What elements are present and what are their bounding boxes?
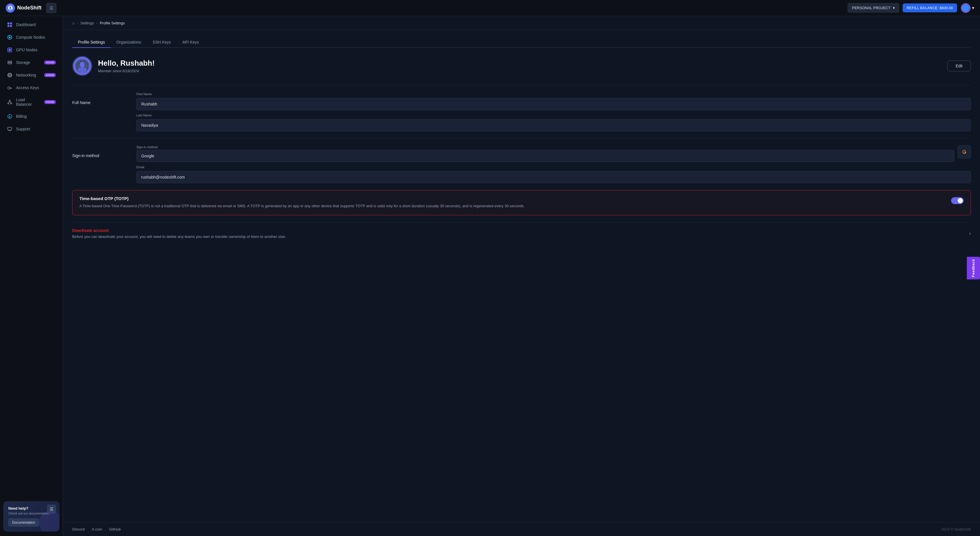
networking-icon	[7, 72, 13, 78]
sidebar-help-box: ☰ Need help? Check out our documentation…	[3, 501, 59, 531]
first-name-group: First Name	[137, 92, 971, 110]
sidebar-item-storage[interactable]: Storage SOON	[2, 57, 60, 68]
full-name-label: Full Name	[72, 92, 129, 105]
sidebar-item-label: GPU Nodes	[16, 48, 38, 52]
feedback-button[interactable]: Feedback	[967, 256, 980, 279]
load-balancer-icon	[7, 99, 13, 105]
chevron-right-icon: ›	[969, 231, 971, 237]
footer: Discord X.com GitHub 2024 © NodeShift	[63, 522, 980, 536]
sidebar-item-label: Support	[16, 127, 30, 131]
svg-point-20	[9, 100, 10, 101]
profile-header: Hello, Rushabh! Member since 6/18/2024 E…	[72, 56, 971, 76]
sidebar-item-compute-nodes[interactable]: Compute Nodes	[2, 32, 60, 43]
topbar: NodeShift ☰ PERSONAL PROJECT ▾ REFILL BA…	[0, 0, 980, 16]
section-divider-2	[72, 138, 971, 138]
sidebar-item-label: Dashboard	[16, 22, 36, 27]
last-name-group: Last Name	[137, 113, 971, 131]
edit-button[interactable]: Edit	[947, 60, 971, 72]
sidebar-item-gpu-nodes[interactable]: GPU Nodes	[2, 44, 60, 56]
svg-rect-11	[8, 61, 12, 62]
svg-rect-27	[8, 127, 12, 130]
tab-ssh-keys[interactable]: SSH Keys	[147, 37, 177, 48]
user-avatar[interactable]: 🌐	[961, 3, 971, 13]
sidebar-item-dashboard[interactable]: Dashboard	[2, 19, 60, 30]
sidebar-item-label: Storage	[16, 60, 30, 65]
svg-text:$: $	[9, 115, 10, 118]
sidebar-item-access-keys[interactable]: Access Keys	[2, 82, 60, 94]
tab-profile-settings[interactable]: Profile Settings	[72, 37, 111, 48]
sidebar-item-label: Compute Nodes	[16, 35, 45, 40]
refill-button[interactable]: REFILL BALANCE: $600.00	[903, 3, 957, 12]
signin-label: Sign-in method	[72, 145, 129, 158]
full-name-fields: First Name Last Name	[137, 92, 971, 131]
documentation-button[interactable]: Documentation	[8, 519, 39, 526]
google-icon-button[interactable]: G	[958, 145, 971, 159]
logo-text: NodeShift	[17, 5, 41, 11]
first-name-input[interactable]	[137, 98, 971, 110]
first-name-label: First Name	[137, 92, 971, 96]
breadcrumb-sep-2: ›	[96, 21, 97, 25]
sidebar-item-support[interactable]: Support	[2, 123, 60, 135]
tab-organizations[interactable]: Organizations	[111, 37, 147, 48]
totp-title: Time-based OTP (TOTP)	[80, 196, 945, 201]
svg-point-16	[8, 87, 10, 89]
signin-method-label: Sign-in method	[137, 145, 954, 149]
topbar-right: PERSONAL PROJECT ▾ REFILL BALANCE: $600.…	[848, 3, 974, 13]
breadcrumb-sep-1: ›	[77, 21, 78, 25]
dashboard-icon	[7, 22, 13, 27]
deactivate-title: Deactivate account	[72, 228, 286, 233]
project-chevron: ▾	[893, 6, 895, 10]
deactivate-content: Deactivate account Before you can deacti…	[72, 228, 286, 239]
body-layout: Dashboard Compute Nodes GPU Nodes	[0, 16, 980, 536]
project-selector[interactable]: PERSONAL PROJECT ▾	[848, 3, 899, 13]
signin-method-row: Sign-in method G	[137, 145, 971, 162]
svg-rect-12	[8, 63, 12, 64]
svg-line-23	[8, 101, 10, 103]
logo-icon	[6, 3, 15, 13]
totp-description: A Time-based One Time Password (TOTP) is…	[80, 203, 945, 209]
profile-name: Hello, Rushabh!	[98, 59, 155, 68]
feedback-wrapper: Feedback	[967, 256, 980, 279]
svg-rect-10	[9, 49, 11, 51]
totp-content: Time-based OTP (TOTP) A Time-based One T…	[80, 196, 945, 209]
gpu-nodes-icon	[7, 47, 13, 53]
svg-point-8	[9, 37, 11, 38]
footer-xcom[interactable]: X.com	[92, 527, 102, 531]
sidebar-item-label: Load Balancer	[16, 97, 41, 107]
profile-text: Hello, Rushabh! Member since 6/18/2024	[98, 59, 155, 73]
sidebar-item-networking[interactable]: Networking SOON	[2, 69, 60, 81]
user-avatar-wrapper[interactable]: 🌐 ▾	[961, 3, 974, 13]
logo: NodeShift	[6, 3, 41, 13]
footer-discord[interactable]: Discord	[72, 527, 85, 531]
sidebar-item-billing[interactable]: $ Billing	[2, 111, 60, 122]
signin-method-input[interactable]	[137, 150, 954, 162]
svg-point-21	[8, 103, 9, 104]
tabs: Profile Settings Organizations SSH Keys …	[72, 37, 971, 48]
last-name-input[interactable]	[137, 119, 971, 131]
totp-toggle[interactable]	[951, 197, 964, 204]
home-icon[interactable]: ⌂	[72, 21, 75, 25]
compute-nodes-icon	[7, 34, 13, 40]
menu-button[interactable]: ☰	[46, 3, 56, 13]
help-menu-icon: ☰	[50, 507, 54, 511]
avatar-chevron: ▾	[972, 5, 974, 11]
storage-soon-badge: SOON	[44, 60, 56, 65]
footer-links: Discord X.com GitHub	[72, 527, 121, 531]
tab-api-keys[interactable]: API Keys	[177, 37, 205, 48]
svg-rect-5	[8, 25, 10, 27]
email-input[interactable]	[137, 171, 971, 183]
sidebar-item-label: Networking	[16, 73, 36, 77]
main-content: ⌂ › Settings › Profile Settings Profile …	[63, 16, 980, 536]
footer-github[interactable]: GitHub	[109, 527, 121, 531]
sidebar-item-label: Billing	[16, 114, 27, 119]
section-divider-1	[72, 85, 971, 86]
deactivate-section[interactable]: Deactivate account Before you can deacti…	[72, 222, 971, 245]
svg-point-1	[10, 6, 11, 8]
profile-since: Member since 6/18/2024	[98, 69, 155, 73]
last-name-label: Last Name	[137, 113, 971, 117]
networking-soon-badge: SOON	[44, 73, 56, 77]
sidebar-item-load-balancer[interactable]: Load Balancer SOON	[2, 95, 60, 110]
svg-point-2	[9, 8, 12, 10]
svg-rect-6	[10, 25, 12, 27]
breadcrumb-settings[interactable]: Settings	[81, 21, 94, 25]
